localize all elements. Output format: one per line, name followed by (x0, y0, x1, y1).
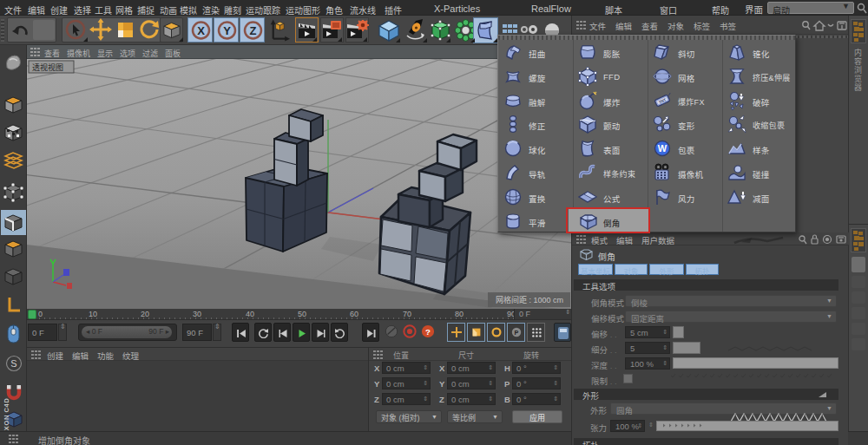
svg-text:?: ? (425, 327, 431, 337)
svg-text:网格间距 : 1000 cm: 网格间距 : 1000 cm (496, 295, 563, 304)
svg-text:透视视图: 透视视图 (32, 62, 63, 72)
svg-text:Y: Y (223, 24, 231, 37)
svg-text:Z: Z (250, 24, 257, 37)
svg-text:P: P (515, 329, 519, 337)
svg-text:W: W (658, 143, 667, 154)
svg-text:S: S (10, 358, 16, 369)
svg-text:X: X (197, 24, 205, 37)
